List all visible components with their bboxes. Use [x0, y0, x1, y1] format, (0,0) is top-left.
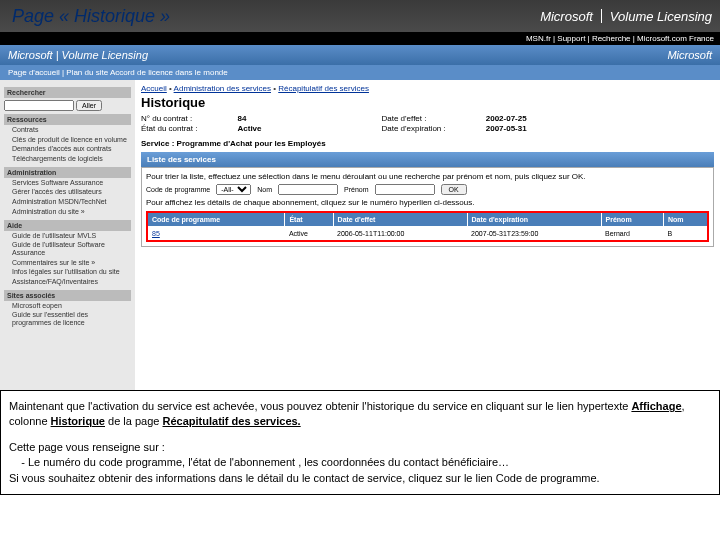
search-input[interactable]	[4, 100, 74, 111]
table-cell: Bernard	[601, 226, 663, 241]
sidebar-item[interactable]: Guide de l'utilisateur Software Assuranc…	[4, 240, 131, 257]
breadcrumb: Accueil • Administration des services • …	[141, 84, 714, 93]
table-header-cell[interactable]: Date d'expiration	[467, 212, 601, 227]
sidebar-group-header: Aide	[4, 220, 131, 231]
expiration-date-label: Date d'expiration :	[382, 124, 446, 133]
breadcrumb-recap[interactable]: Récapitulatif des services	[278, 84, 369, 93]
ms-logo-text: Microsoft	[540, 9, 593, 24]
sidebar-item[interactable]: Administration du site »	[4, 207, 131, 217]
sidebar-item[interactable]: Services Software Assurance	[4, 178, 131, 188]
slide-header: Page « Historique » Microsoft Volume Lic…	[0, 0, 720, 32]
sidebar-item[interactable]: Guide sur l'essentiel des programmes de …	[4, 310, 131, 327]
sidebar-item[interactable]: Microsoft eopen	[4, 301, 131, 311]
sidebar-group-header: Sites associés	[4, 290, 131, 301]
filter-nom-label: Nom	[257, 186, 272, 193]
services-panel-header: Liste des services	[141, 152, 714, 167]
filter-ok-button[interactable]: OK	[441, 184, 467, 195]
sidebar-item[interactable]: Clés de produit de licence en volume	[4, 135, 131, 145]
effective-date-value: 2002-07-25	[486, 114, 527, 123]
filter-prenom-label: Prénom	[344, 186, 369, 193]
sidebar-search-header: Rechercher	[4, 87, 131, 98]
history-table: Code de programmeÉtatDate d'effetDate d'…	[146, 211, 709, 242]
sidebar-group-header: Ressources	[4, 114, 131, 125]
search-go-button[interactable]: Aller	[76, 100, 102, 111]
sub-nav[interactable]: Page d'accueil | Plan du site Accord de …	[0, 65, 720, 80]
contract-info: N° du contrat : État du contrat : 84 Act…	[141, 114, 714, 135]
table-cell: 2007-05-31T23:59:00	[467, 226, 601, 241]
page-title: Page « Historique »	[8, 6, 170, 27]
service-line: Service : Programme d'Achat pour les Emp…	[141, 139, 714, 148]
filter-nom-input[interactable]	[278, 184, 338, 195]
filter-code-label: Code de programme	[146, 186, 210, 193]
breadcrumb-admin[interactable]: Administration des services	[174, 84, 271, 93]
sidebar-item[interactable]: Assistance/FAQ/Inventaires	[4, 277, 131, 287]
sidebar-item[interactable]: Demandes d'accès aux contrats	[4, 144, 131, 154]
sidebar-item[interactable]: Commentaires sur le site »	[4, 258, 131, 268]
top-nav-links[interactable]: MSN.fr | Support | Recherche | Microsoft…	[0, 32, 720, 45]
content-area: Accueil • Administration des services • …	[135, 80, 720, 390]
expiration-date-value: 2007-05-31	[486, 124, 527, 133]
breadcrumb-home[interactable]: Accueil	[141, 84, 167, 93]
contract-state-value: Active	[237, 124, 261, 133]
table-cell: 2006-05-11T11:00:00	[333, 226, 467, 241]
table-header-cell[interactable]: Prénom	[601, 212, 663, 227]
contract-num-label: N° du contrat :	[141, 114, 192, 123]
sidebar-item[interactable]: Contrats	[4, 125, 131, 135]
filter-instructions: Pour trier la liste, effectuez une sélec…	[146, 172, 709, 181]
sidebar: Rechercher Aller RessourcesContratsClés …	[0, 80, 135, 390]
table-header-cell[interactable]: Code de programme	[147, 212, 285, 227]
brand-logo: Microsoft Volume Licensing	[540, 9, 712, 24]
sidebar-item[interactable]: Téléchargements de logiciels	[4, 154, 131, 164]
filter-code-select[interactable]: -All-	[216, 184, 251, 195]
table-header-cell[interactable]: Date d'effet	[333, 212, 467, 227]
contract-num-value: 84	[237, 114, 246, 123]
sidebar-item[interactable]: Infos légales sur l'utilisation du site	[4, 267, 131, 277]
table-cell: B	[663, 226, 708, 241]
app-brand-right: Microsoft	[667, 49, 712, 61]
services-panel: Pour trier la liste, effectuez une sélec…	[141, 167, 714, 247]
table-header-cell[interactable]: État	[285, 212, 333, 227]
table-cell[interactable]: 85	[147, 226, 285, 241]
table-instructions: Pour affichez les détails de chaque abon…	[146, 198, 709, 207]
sidebar-item[interactable]: Guide de l'utilisateur MVLS	[4, 231, 131, 241]
table-header-cell[interactable]: Nom	[663, 212, 708, 227]
sidebar-group-header: Administration	[4, 167, 131, 178]
table-cell: Active	[285, 226, 333, 241]
app-header: Microsoft | Volume Licensing Microsoft	[0, 45, 720, 65]
table-row[interactable]: 85Active2006-05-11T11:00:002007-05-31T23…	[147, 226, 708, 241]
product-text: Volume Licensing	[610, 9, 712, 24]
app-brand: Microsoft | Volume Licensing	[8, 49, 148, 61]
sidebar-item[interactable]: Administration MSDN/TechNet	[4, 197, 131, 207]
contract-state-label: État du contrat :	[141, 124, 197, 133]
filter-prenom-input[interactable]	[375, 184, 435, 195]
explanation-box: Maintenant que l'activation du service e…	[0, 390, 720, 495]
effective-date-label: Date d'effet :	[382, 114, 427, 123]
sidebar-item[interactable]: Gérer l'accès des utilisateurs	[4, 187, 131, 197]
brand-separator	[601, 9, 602, 23]
page-heading: Historique	[141, 95, 714, 110]
